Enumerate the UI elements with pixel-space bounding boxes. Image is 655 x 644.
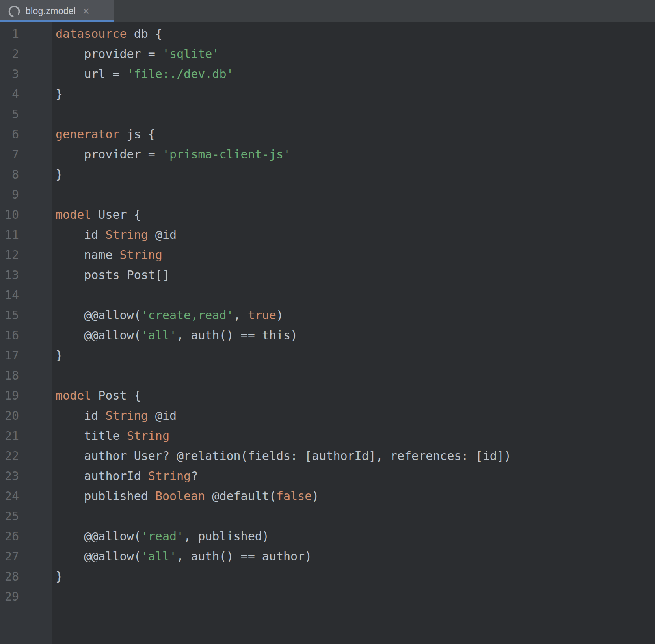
token-keyword: false: [276, 489, 312, 503]
token-text: @@allow(: [56, 328, 141, 342]
token-text: id: [56, 409, 105, 423]
line-number: 3: [0, 64, 19, 84]
code-line[interactable]: provider = 'sqlite': [56, 44, 655, 64]
code-line[interactable]: model User {: [56, 205, 655, 225]
zmodel-file-ring-icon: [8, 5, 20, 18]
token-text: }: [56, 348, 63, 362]
token-text: ?: [191, 469, 198, 483]
code-line[interactable]: [56, 586, 655, 607]
code-line[interactable]: author User? @relation(fields: [authorId…: [56, 446, 655, 466]
code-line[interactable]: }: [56, 164, 655, 184]
token-text: id: [56, 228, 105, 242]
line-number: 7: [0, 144, 19, 164]
token-keyword: String: [148, 469, 191, 483]
code-line[interactable]: }: [56, 566, 655, 586]
token-keyword: String: [105, 409, 148, 423]
code-area[interactable]: datasource db { provider = 'sqlite' url …: [52, 22, 655, 644]
line-number: 24: [0, 486, 19, 506]
line-number: 18: [0, 365, 19, 385]
code-line[interactable]: title String: [56, 426, 655, 446]
line-number: 27: [0, 546, 19, 566]
line-number: 13: [0, 265, 19, 285]
token-text: @@allow(: [56, 549, 141, 563]
line-number: 12: [0, 245, 19, 265]
line-number: 21: [0, 426, 19, 446]
token-keyword: model: [56, 208, 91, 221]
token-text: authorId: [56, 469, 148, 483]
line-number: 20: [0, 406, 19, 426]
line-number: 10: [0, 205, 19, 225]
line-number: 6: [0, 124, 19, 144]
token-keyword: true: [248, 308, 276, 322]
line-number: 19: [0, 385, 19, 406]
token-text: title: [56, 429, 127, 443]
code-line[interactable]: [56, 184, 655, 205]
token-string: 'read': [141, 529, 184, 543]
tab-title: blog.zmodel: [26, 6, 76, 17]
line-number: 23: [0, 466, 19, 486]
tab-close-icon[interactable]: ✕: [82, 7, 90, 16]
line-number: 5: [0, 104, 19, 124]
code-line[interactable]: @@allow('create,read', true): [56, 305, 655, 325]
code-line[interactable]: @@allow('read', published): [56, 526, 655, 546]
token-text: ): [312, 489, 319, 503]
line-number: 2: [0, 44, 19, 64]
token-text: ): [276, 308, 283, 322]
line-number: 8: [0, 164, 19, 184]
token-string: 'prisma-client-js': [162, 147, 290, 161]
token-text: }: [56, 168, 63, 181]
code-line[interactable]: authorId String?: [56, 466, 655, 486]
token-text: provider =: [56, 147, 162, 161]
line-number: 25: [0, 506, 19, 526]
code-line[interactable]: [56, 285, 655, 305]
code-line[interactable]: published Boolean @default(false): [56, 486, 655, 506]
line-number: 29: [0, 586, 19, 607]
line-number: 14: [0, 285, 19, 305]
code-line[interactable]: id String @id: [56, 406, 655, 426]
line-number: 11: [0, 225, 19, 245]
token-keyword: generator: [56, 127, 120, 141]
active-tab-indicator: [0, 20, 114, 22]
code-line[interactable]: provider = 'prisma-client-js': [56, 144, 655, 164]
code-line[interactable]: posts Post[]: [56, 265, 655, 285]
token-string: 'all': [141, 549, 177, 563]
token-text: , auth() == this): [177, 328, 298, 342]
token-text: db {: [127, 27, 162, 41]
token-string: 'file:./dev.db': [127, 67, 234, 81]
code-line[interactable]: name String: [56, 245, 655, 265]
token-keyword: datasource: [56, 27, 127, 41]
token-string: 'all': [141, 328, 177, 342]
token-text: }: [56, 87, 63, 101]
token-text: author User? @relation(fields: [authorId…: [56, 449, 511, 463]
line-number: 22: [0, 446, 19, 466]
code-line[interactable]: @@allow('all', auth() == this): [56, 325, 655, 345]
line-number: 16: [0, 325, 19, 345]
code-line[interactable]: generator js {: [56, 124, 655, 144]
code-line[interactable]: [56, 365, 655, 385]
code-line[interactable]: }: [56, 345, 655, 365]
token-keyword: String: [105, 228, 148, 242]
code-line[interactable]: id String @id: [56, 225, 655, 245]
code-line[interactable]: datasource db {: [56, 24, 655, 44]
editor-tab-blog-zmodel[interactable]: blog.zmodel ✕: [0, 0, 114, 22]
editor: 1234567891011121314151617181920212223242…: [0, 22, 655, 644]
line-number: 26: [0, 526, 19, 546]
token-string: 'create,read': [141, 308, 234, 322]
token-keyword: String: [120, 248, 162, 262]
gutter-numbers: 1234567891011121314151617181920212223242…: [0, 24, 19, 607]
token-text: @@allow(: [56, 529, 141, 543]
code-line[interactable]: model Post {: [56, 385, 655, 406]
token-text: url =: [56, 67, 127, 81]
token-text: User {: [91, 208, 141, 221]
token-text: @id: [148, 409, 177, 423]
code-line[interactable]: }: [56, 84, 655, 104]
token-keyword: model: [56, 389, 91, 402]
code-line[interactable]: url = 'file:./dev.db': [56, 64, 655, 84]
token-text: js {: [120, 127, 155, 141]
code-line[interactable]: [56, 104, 655, 124]
token-text: posts Post[]: [56, 268, 169, 282]
code-line[interactable]: @@allow('all', auth() == author): [56, 546, 655, 566]
token-text: @@allow(: [56, 308, 141, 322]
token-keyword: Boolean: [155, 489, 205, 503]
code-line[interactable]: [56, 506, 655, 526]
